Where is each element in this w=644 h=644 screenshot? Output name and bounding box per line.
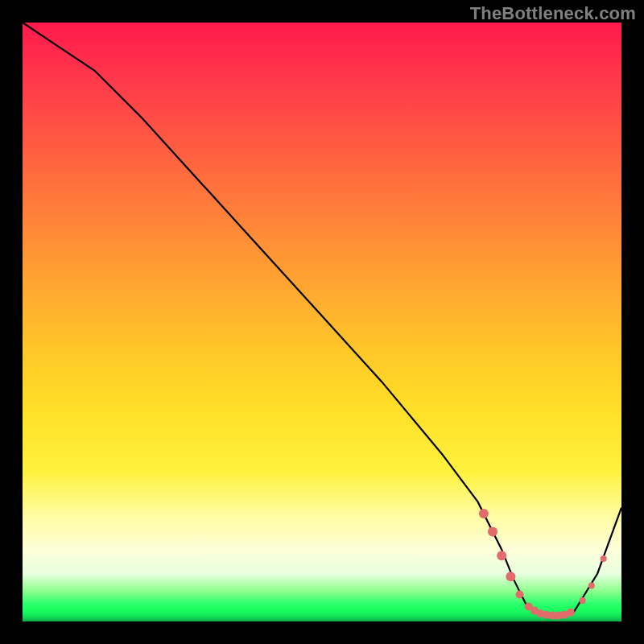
curve-marker — [516, 591, 524, 599]
chart-plot-area — [23, 23, 621, 621]
bottleneck-curve — [23, 23, 621, 616]
watermark-label: TheBottleneck.com — [470, 3, 636, 24]
curve-marker — [567, 609, 575, 617]
curve-marker — [601, 555, 607, 562]
curve-marker — [479, 509, 489, 518]
curve-marker — [580, 597, 586, 604]
chart-svg — [23, 23, 621, 621]
chart-frame: TheBottleneck.com — [0, 0, 644, 644]
curve-marker — [588, 582, 595, 588]
curve-marker — [506, 572, 515, 581]
curve-marker — [488, 526, 497, 536]
curve-marker — [497, 551, 506, 560]
curve-markers — [479, 509, 607, 620]
